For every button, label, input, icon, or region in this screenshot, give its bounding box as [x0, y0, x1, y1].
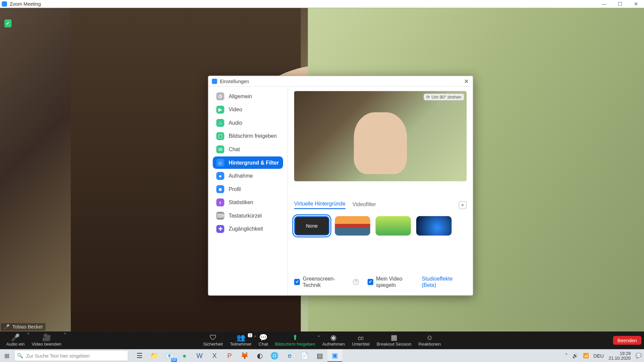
sidebar-item-accessibility[interactable]: ✚Zugänglichkeit: [213, 223, 283, 235]
firefox-icon[interactable]: 🦊: [237, 349, 252, 362]
chevron-up-icon[interactable]: ^: [64, 333, 66, 337]
start-button[interactable]: ⊞: [0, 352, 14, 359]
accessibility-icon: ✚: [216, 225, 224, 233]
settings-sidebar: ⚙Allgemein ▶Video ∩Audio ▢Bildschirm fre…: [208, 86, 288, 295]
sidebar-item-chat[interactable]: ✉Chat: [213, 143, 283, 156]
help-icon[interactable]: ?: [353, 279, 359, 285]
task-view-icon[interactable]: ☰: [132, 349, 147, 362]
stats-icon: ⫾: [216, 198, 224, 206]
fullscreen-icon[interactable]: ⤢: [633, 19, 639, 26]
settings-title: Einstellungen: [220, 78, 249, 84]
end-meeting-button[interactable]: Beenden: [613, 336, 641, 345]
chat-icon: ✉: [216, 145, 224, 154]
clock-date: 21.10.2020: [608, 356, 631, 361]
settings-dialog: Einstellungen ✕ ⚙Allgemein ▶Video ∩Audio…: [208, 75, 473, 296]
audio-button[interactable]: 🎤Audio ein^: [3, 331, 28, 349]
cc-button[interactable]: ㏄Untertitel: [348, 334, 373, 347]
sidebar-item-statistics[interactable]: ⫾Statistiken: [213, 196, 283, 209]
sidebar-item-keyboard[interactable]: ⌨Tastaturkürzel: [213, 209, 283, 222]
input-lang[interactable]: DEU: [591, 353, 606, 358]
rotate-icon: ⟳: [426, 95, 430, 100]
background-grass[interactable]: [376, 216, 411, 236]
close-icon[interactable]: ✕: [464, 77, 469, 84]
background-golden-gate[interactable]: [335, 216, 370, 236]
chat-icon: 💬: [259, 334, 268, 341]
preview-face: [354, 112, 407, 174]
participants-button[interactable]: 👥Teilnehmer1^: [226, 334, 255, 347]
sidebar-item-label: Allgemein: [229, 93, 252, 99]
taskbar-clock[interactable]: 19:29 21.10.2020: [606, 351, 634, 360]
sidebar-item-share-screen[interactable]: ▢Bildschirm freigeben: [213, 130, 283, 142]
sidebar-item-general[interactable]: ⚙Allgemein: [213, 90, 283, 103]
share-screen-button[interactable]: ⬆Bildschirm freigeben^: [272, 334, 319, 347]
sidebar-item-recording[interactable]: ●Aufnahme: [213, 170, 283, 182]
zoom-toolbar: 🎤Audio ein^ 🎥Video beenden^ 🛡Sicherheit …: [0, 331, 644, 349]
sidebar-item-label: Aufnahme: [229, 173, 253, 179]
notepad-icon[interactable]: 📄: [297, 349, 312, 362]
taskbar-search[interactable]: 🔍 Zur Suche Text hier eingeben: [14, 350, 128, 361]
obs-icon[interactable]: ◐: [252, 349, 267, 362]
record-button[interactable]: ◉Aufnehmen: [319, 334, 348, 347]
add-background-button[interactable]: +: [459, 201, 467, 209]
video-button[interactable]: 🎥Video beenden^: [28, 331, 65, 349]
record-icon: ●: [216, 172, 224, 180]
video-preview: ⟳ Um 90° drehen: [294, 91, 467, 181]
shield-icon: 🛡: [210, 334, 217, 341]
word-icon[interactable]: W: [192, 349, 207, 362]
zoom-taskbar-icon[interactable]: ▣: [327, 349, 342, 362]
greenscreen-label: Greenscreen-Technik: [303, 276, 351, 288]
tray-chevron-up-icon[interactable]: ˄: [563, 353, 570, 358]
maximize-button[interactable]: ☐: [612, 0, 628, 8]
sidebar-item-label: Tastaturkürzel: [229, 213, 262, 219]
volume-icon[interactable]: 🔊: [570, 353, 581, 358]
zoom-icon: [212, 78, 217, 84]
spotify-icon[interactable]: ●: [177, 349, 192, 362]
cc-icon: ㏄: [357, 334, 364, 341]
minimize-button[interactable]: —: [596, 0, 612, 8]
tab-virtual-backgrounds[interactable]: Virtuelle Hintergründe: [294, 201, 345, 209]
excel-icon[interactable]: X: [207, 349, 222, 362]
edge-icon[interactable]: e: [282, 349, 297, 362]
wifi-icon[interactable]: 📶: [581, 353, 591, 358]
mail-icon[interactable]: 📧69: [162, 349, 177, 362]
chat-label: Chat: [259, 342, 268, 347]
breakout-button[interactable]: ▦Breakout Session: [373, 334, 415, 347]
sidebar-item-label: Audio: [229, 120, 242, 126]
close-window-button[interactable]: ✕: [628, 0, 644, 8]
video-icon: ▶: [216, 106, 224, 114]
sidebar-item-label: Profil: [229, 186, 241, 192]
sidebar-item-label: Chat: [229, 146, 240, 152]
zoom-icon: [2, 1, 7, 7]
share-screen-icon: ⬆: [292, 334, 298, 341]
security-button[interactable]: 🛡Sicherheit: [200, 334, 226, 347]
explorer-icon[interactable]: 📁: [147, 349, 162, 362]
studio-effects-link[interactable]: Studioeffekte (Beta): [422, 276, 467, 288]
cc-label: Untertitel: [352, 342, 370, 347]
chrome-icon[interactable]: 🌐: [267, 349, 282, 362]
notifications-icon[interactable]: 💬: [633, 353, 644, 358]
mirror-checkbox[interactable]: ✔: [367, 279, 373, 285]
sidebar-item-label: Video: [229, 107, 242, 113]
window-controls: — ☐ ✕: [596, 0, 644, 8]
app-icon[interactable]: ▤: [312, 349, 327, 362]
encryption-shield-icon[interactable]: ✔: [4, 19, 11, 27]
windows-taskbar: ⊞ 🔍 Zur Suche Text hier eingeben ☰ 📁 📧69…: [0, 349, 644, 362]
sidebar-item-audio[interactable]: ∩Audio: [213, 117, 283, 129]
sidebar-item-video[interactable]: ▶Video: [213, 104, 283, 116]
greenscreen-checkbox[interactable]: ✔: [294, 279, 300, 285]
window-titlebar: Zoom Meeting — ☐ ✕: [0, 0, 644, 8]
video-label: Video beenden: [32, 342, 61, 347]
reactions-button[interactable]: ☺Reaktionen: [415, 334, 444, 347]
tab-video-filters[interactable]: Videofilter: [353, 201, 376, 208]
rotate-button[interactable]: ⟳ Um 90° drehen: [424, 94, 464, 101]
sidebar-item-background-filter[interactable]: ☺Hintergrund & Filter: [213, 157, 283, 169]
reactions-label: Reaktionen: [419, 342, 441, 347]
gear-icon: ⚙: [216, 93, 224, 101]
mic-off-icon: 🎤: [11, 334, 20, 341]
background-space[interactable]: [416, 216, 451, 236]
sidebar-item-profile[interactable]: ☻Profil: [213, 183, 283, 195]
chat-button[interactable]: 💬Chat: [255, 334, 272, 347]
rotate-label: Um 90° drehen: [432, 95, 462, 100]
background-none[interactable]: None: [294, 216, 329, 236]
powerpoint-icon[interactable]: P: [222, 349, 237, 362]
